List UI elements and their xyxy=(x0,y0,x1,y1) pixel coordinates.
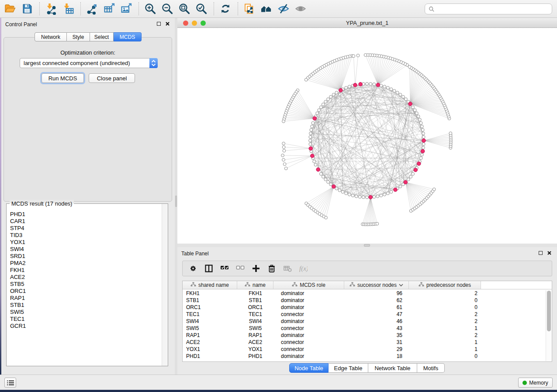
table-row[interactable]: ORC1ORC1dominator610 xyxy=(183,304,552,311)
add-column-button[interactable] xyxy=(251,264,261,273)
table-row[interactable]: RAP1RAP1dominator352 xyxy=(183,332,552,339)
node-table-header: shared namenameMCDS rolesuccessor nodesp… xyxy=(183,281,552,289)
tab-style[interactable]: Style xyxy=(67,32,90,41)
delete-table-button[interactable] xyxy=(283,264,292,273)
result-item[interactable]: CAR1 xyxy=(7,218,161,225)
table-row[interactable]: SWI4SWI4dominator462 xyxy=(183,318,552,325)
table-row[interactable]: YOX1YOX1connector291 xyxy=(183,346,552,353)
export-table-button[interactable] xyxy=(103,3,115,15)
select-all-button[interactable] xyxy=(220,264,229,273)
zoom-in-icon xyxy=(144,3,156,15)
table-cell: 31 xyxy=(344,339,409,346)
result-item[interactable]: SRD1 xyxy=(7,253,161,260)
horizontal-splitter[interactable] xyxy=(177,244,557,247)
show-all-button[interactable] xyxy=(294,3,307,15)
table-cell: dominator xyxy=(273,297,344,304)
result-item[interactable]: TEC1 xyxy=(7,316,161,323)
result-item[interactable]: ACE2 xyxy=(7,274,161,281)
table-cell: SWI4 xyxy=(237,318,273,325)
hide-selected-button[interactable] xyxy=(277,3,290,15)
zoom-out-button[interactable] xyxy=(161,3,173,15)
table-cell: YOX1 xyxy=(183,346,237,353)
network-canvas[interactable] xyxy=(177,28,557,244)
table-row[interactable]: TEC1TEC1connector472 xyxy=(183,311,552,318)
close-table-panel-icon[interactable] xyxy=(547,251,552,255)
close-panel-icon[interactable] xyxy=(165,21,170,26)
table-cell: SWI5 xyxy=(183,325,237,332)
task-history-button[interactable] xyxy=(4,378,16,388)
search-input[interactable] xyxy=(435,4,552,14)
table-tabs: Node TableEdge TableNetwork TableMotifs xyxy=(289,363,445,373)
table-row[interactable]: ACE2ACE2connector311 xyxy=(183,339,552,346)
result-item[interactable]: TID3 xyxy=(7,232,161,239)
column-type-icon xyxy=(349,282,355,288)
apply-function-button[interactable]: f(x) xyxy=(298,264,308,273)
result-item[interactable]: YOX1 xyxy=(7,239,161,246)
tab-motifs[interactable]: Motifs xyxy=(417,363,445,373)
zoom-selected-button[interactable] xyxy=(195,3,208,15)
tab-node-table[interactable]: Node Table xyxy=(289,363,329,373)
settings-button[interactable] xyxy=(188,264,198,273)
import-network-button[interactable] xyxy=(45,3,57,15)
save-button[interactable] xyxy=(21,3,33,15)
result-item[interactable]: STP4 xyxy=(7,225,161,232)
result-item[interactable]: RAP1 xyxy=(7,295,161,302)
table-cell: dominator xyxy=(273,353,344,360)
zoom-in-button[interactable] xyxy=(144,3,156,15)
export-network-button[interactable] xyxy=(86,3,98,15)
result-item[interactable]: PMA2 xyxy=(7,260,161,267)
float-table-panel-icon[interactable] xyxy=(539,251,543,255)
table-cell: 35 xyxy=(344,332,409,339)
mcds-result-list[interactable]: PHD1CAR1STP4TID3YOX1SWI4SRD1PMA2FKH1ACE2… xyxy=(7,211,161,365)
result-item[interactable]: PHD1 xyxy=(7,211,161,218)
result-item[interactable]: STB1 xyxy=(7,302,161,309)
run-mcds-button[interactable]: Run MCDS xyxy=(42,73,84,83)
tab-select[interactable]: Select xyxy=(90,32,114,41)
refresh-view-button[interactable] xyxy=(219,3,232,15)
table-scrollbar[interactable] xyxy=(546,290,551,361)
table-cell: 43 xyxy=(344,325,409,332)
zoom-fit-button[interactable] xyxy=(178,3,190,15)
toolbar-separator xyxy=(39,2,40,15)
tab-network[interactable]: Network xyxy=(35,32,67,41)
search-box[interactable] xyxy=(425,3,552,14)
close-panel-button[interactable]: Close panel xyxy=(89,73,135,83)
result-item[interactable]: SWI4 xyxy=(7,246,161,253)
result-item[interactable]: SWI5 xyxy=(7,309,161,316)
first-neighbors-button[interactable] xyxy=(260,3,273,15)
result-item[interactable]: GCR1 xyxy=(7,323,161,330)
table-row[interactable]: FKH1FKH1dominator962 xyxy=(183,290,552,297)
tab-edge-table[interactable]: Edge Table xyxy=(329,363,368,373)
header-filler xyxy=(481,281,552,289)
deselect-all-button[interactable] xyxy=(235,264,245,273)
table-row[interactable]: STB1STB1dominator620 xyxy=(183,297,552,304)
tab-mcds[interactable]: MCDS xyxy=(114,32,142,41)
column-header-name[interactable]: name xyxy=(237,281,273,289)
result-item[interactable]: FKH1 xyxy=(7,267,161,274)
tab-network-table[interactable]: Network Table xyxy=(368,363,417,373)
delete-column-button[interactable] xyxy=(267,264,277,273)
memory-button[interactable]: Memory xyxy=(518,378,553,388)
deselect-all-icon xyxy=(236,264,245,273)
column-header-MCDS-role[interactable]: MCDS role xyxy=(273,281,344,289)
float-panel-icon[interactable] xyxy=(157,22,161,26)
column-header-predecessor-nodes[interactable]: predecessor nodes xyxy=(409,281,481,289)
table-scrollbar-thumb[interactable] xyxy=(547,291,551,331)
export-image-button[interactable] xyxy=(120,3,132,15)
refresh-view-icon xyxy=(219,3,232,15)
result-item[interactable]: STB5 xyxy=(7,281,161,288)
table-cell: 1 xyxy=(409,346,481,353)
open-file-button[interactable] xyxy=(4,3,16,15)
import-table-button[interactable] xyxy=(62,3,74,15)
split-view-button[interactable] xyxy=(204,264,214,273)
table-row[interactable]: PHD1PHD1dominator180 xyxy=(183,353,552,360)
column-header-successor-nodes[interactable]: successor nodes xyxy=(344,281,409,289)
optimization-criterion-select[interactable]: largest connected component (undirected) xyxy=(20,58,158,68)
table-row[interactable]: SWI5SWI5connector431 xyxy=(183,325,552,332)
table-cell: 0 xyxy=(409,297,481,304)
import-network-icon xyxy=(45,3,57,15)
result-scrollbar[interactable] xyxy=(162,204,168,366)
result-item[interactable]: ORC1 xyxy=(7,288,161,295)
clone-network-button[interactable] xyxy=(243,3,256,15)
column-header-shared-name[interactable]: shared name xyxy=(183,281,237,289)
